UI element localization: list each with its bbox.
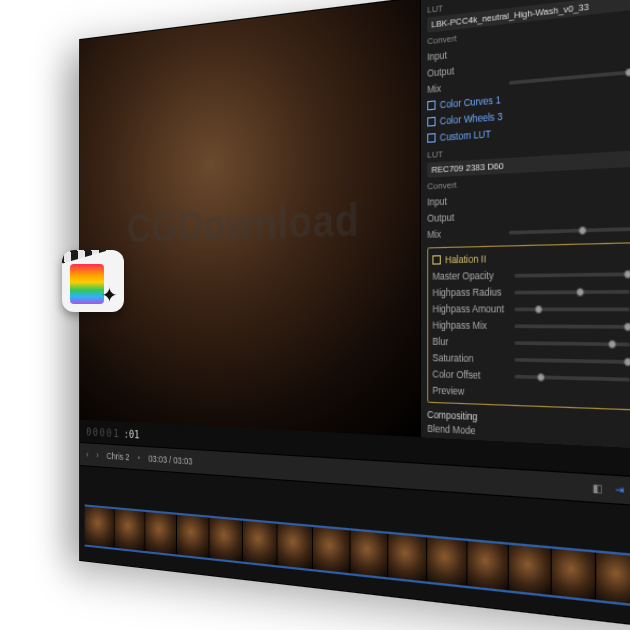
filmstrip-thumb[interactable] [243,521,277,565]
mix2-slider[interactable] [509,226,630,233]
param-row: Highpass Amount18,41 [432,300,630,318]
param-slider[interactable] [514,324,629,328]
editor-window: CGDownload LUT LBK-PCC4k_neutral_High-Wa… [80,0,630,630]
checkbox-icon[interactable] [427,100,435,110]
output2-label: Output [427,210,500,224]
filmstrip-thumb[interactable] [388,534,426,582]
param-label: Highpass Radius [432,286,505,298]
snapping-icon[interactable]: ⇥ [615,483,625,496]
watermark-text: CGDownload [127,194,360,251]
param-label: Master Opacity [432,269,505,282]
param-label: Color Offset [432,368,505,382]
param-row: Master Opacity100,0 [432,264,630,284]
filmstrip-thumb[interactable] [278,524,313,569]
param-slider[interactable] [514,272,629,277]
param-slider[interactable] [514,357,629,363]
inspector-panel: LUT LBK-PCC4k_neutral_High-Wash_v0_33 Co… [420,0,630,451]
param-slider[interactable] [514,374,629,381]
clip-filmstrip[interactable] [85,504,630,612]
checkbox-icon[interactable] [427,117,435,127]
input2-label: Input [427,193,500,208]
preview-label: Preview [432,384,505,398]
param-label: Highpass Mix [432,319,505,331]
clip-name: Chris 2 [107,451,130,463]
timecode-value: :01 [123,427,139,441]
filmstrip-thumb[interactable] [350,530,387,577]
viewer-panel[interactable]: CGDownload [80,0,420,437]
param-row: Highpass Radius57,77 [432,282,630,301]
blend-mode-label: Blend Mode [427,423,500,438]
chevron-left-icon[interactable]: ‹ [86,449,88,459]
filmstrip-thumb[interactable] [427,537,466,585]
filmstrip-thumb[interactable] [467,541,507,590]
param-slider[interactable] [514,307,629,311]
filmstrip-thumb[interactable] [313,527,349,573]
param-label: Saturation [432,352,505,365]
checkbox-icon[interactable] [432,255,440,264]
param-label: Blur [432,336,505,349]
timecode-prefix: 00001 [86,425,120,440]
filmstrip-thumb[interactable] [210,518,243,562]
checkbox-icon[interactable] [427,133,435,143]
mix2-label: Mix [427,226,500,240]
filmstrip-thumb[interactable] [509,545,551,595]
halation-effect-group: Halation II Master Opacity100,0Highpass … [427,241,630,413]
filmstrip-thumb[interactable] [85,506,114,547]
filmstrip-thumb[interactable] [115,509,145,551]
filmstrip-thumb[interactable] [145,512,176,554]
filmstrip-thumb[interactable] [552,549,595,600]
filmstrip-thumb[interactable] [596,553,630,605]
filmstrip-thumb[interactable] [177,515,209,558]
param-slider[interactable] [514,289,629,293]
clip-time: 03:03 / 03:03 [148,453,192,466]
skimming-icon[interactable]: ◧ [593,482,604,495]
param-label: Highpass Amount [432,303,505,315]
app-icon-final-cut-pro: ✦ [62,250,124,312]
param-slider[interactable] [514,341,629,346]
chevron-right-icon[interactable]: › [96,450,98,460]
